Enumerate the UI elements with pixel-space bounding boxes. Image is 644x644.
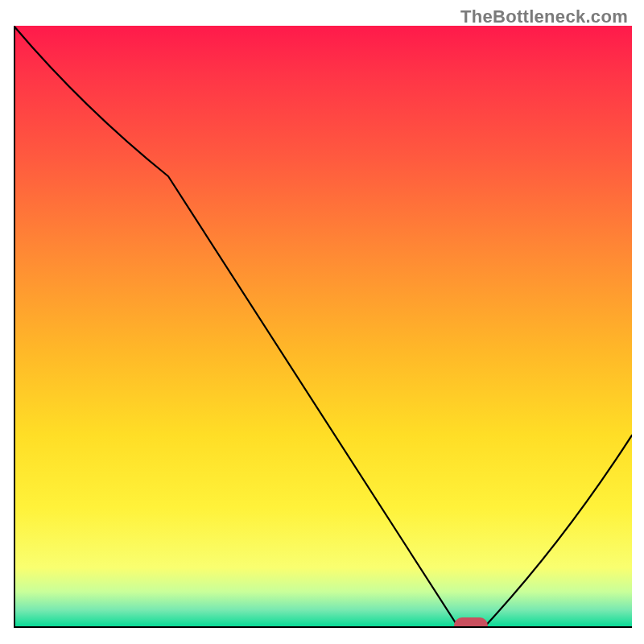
y-axis-line	[14, 26, 15, 628]
chart-curve	[14, 26, 632, 628]
chart-plot-area	[14, 26, 632, 628]
x-axis-line	[14, 626, 632, 628]
watermark-text: TheBottleneck.com	[460, 6, 628, 27]
